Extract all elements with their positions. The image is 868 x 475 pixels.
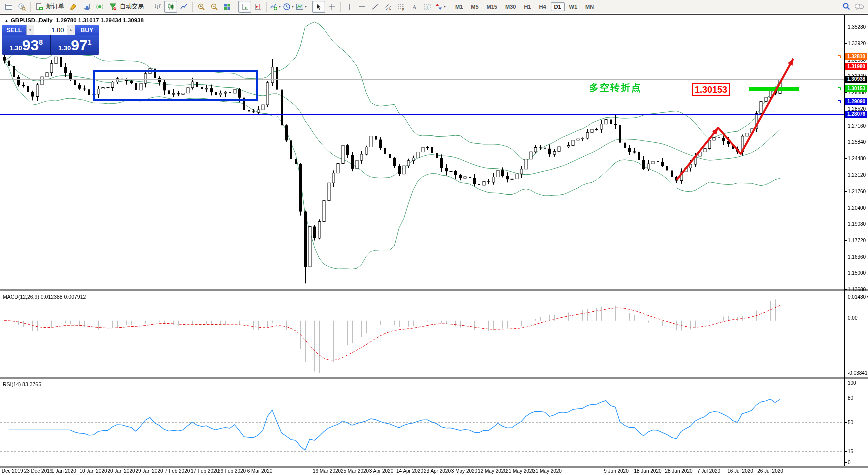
fibonacci-button[interactable]: F xyxy=(395,1,408,13)
timeframe-d1-button[interactable]: D1 xyxy=(551,2,565,11)
volume-value[interactable]: 1.00 xyxy=(34,26,67,34)
price-chart-canvas[interactable] xyxy=(0,15,868,475)
search-button[interactable] xyxy=(840,1,853,13)
channel-button[interactable]: E xyxy=(382,1,395,13)
macd-tick-label: 0.014807 xyxy=(848,294,868,300)
channel-icon: E xyxy=(384,3,392,11)
level-price-annotation[interactable]: 1.30153 xyxy=(692,83,730,96)
buy-price-big: 97 xyxy=(71,36,87,54)
collapse-panel-icon[interactable]: ▲ xyxy=(4,18,9,23)
timeframe-mn-button[interactable]: MN xyxy=(582,2,597,11)
volume-decrease-icon[interactable]: ▼ xyxy=(27,25,34,35)
crosshair-button[interactable] xyxy=(325,1,338,13)
date-tick-label: 28 Jun 2020 xyxy=(665,468,692,474)
timeframe-m1-button[interactable]: M1 xyxy=(452,2,466,11)
dropdown-caret-icon[interactable]: ▾ xyxy=(444,4,446,9)
vline-icon xyxy=(345,3,353,11)
sell-price-sup: 8 xyxy=(39,38,43,46)
toolbar-separator xyxy=(192,2,193,12)
toolbar-separator xyxy=(340,2,341,12)
signals-button[interactable] xyxy=(93,1,106,13)
templates-button[interactable]: ▾ xyxy=(295,1,308,13)
price-level-badge: 1.32810 xyxy=(845,53,867,60)
timeframe-m30-button[interactable]: M30 xyxy=(502,2,519,11)
rsi-indicator-label: RSI(14) 83.3765 xyxy=(3,381,41,387)
cursor-button[interactable] xyxy=(312,1,325,13)
strategy-tester-icon xyxy=(18,3,26,11)
text-label-button[interactable]: T xyxy=(421,1,434,13)
community-button[interactable] xyxy=(853,1,866,13)
toolbar-button-label[interactable]: 自动交易 xyxy=(119,2,147,11)
date-tick-label: 23 Apr 2020 xyxy=(424,468,451,474)
candlestick-button[interactable] xyxy=(164,1,177,13)
auto-scroll-icon xyxy=(241,3,249,11)
buy-price[interactable]: 1.30971 xyxy=(51,35,99,55)
price-level-badge: 1.30938 xyxy=(845,76,867,83)
date-tick-label: 14 Apr 2020 xyxy=(396,468,423,474)
community-icon xyxy=(854,3,864,11)
styler-button[interactable] xyxy=(67,1,80,13)
price-tick-label: 1.25840 xyxy=(848,139,866,145)
signals-icon xyxy=(96,3,104,11)
date-tick-label: 10 Jan 2020 xyxy=(79,468,107,474)
text-button[interactable]: A xyxy=(408,1,421,13)
ohlc-values: 1.29780 1.31017 1.29434 1.30938 xyxy=(56,17,144,23)
arrows-button[interactable]: ▾ xyxy=(434,1,447,13)
price-tick-label: 1.23120 xyxy=(848,172,866,178)
bar-chart-button[interactable] xyxy=(151,1,164,13)
arrows-icon xyxy=(435,3,443,11)
timeframe-w1-button[interactable]: W1 xyxy=(566,2,581,11)
fibonacci-icon: F xyxy=(397,3,405,11)
vline-button[interactable] xyxy=(343,1,356,13)
chart-title: ▲GBPUSD-,Daily 1.29780 1.31017 1.29434 1… xyxy=(4,17,144,23)
market-watch-button[interactable] xyxy=(2,1,15,13)
tile-windows-button[interactable] xyxy=(221,1,234,13)
sell-price[interactable]: 1.30938 xyxy=(2,35,51,55)
macd-indicator-label: MACD(12,26,9) 0.012388 0.007912 xyxy=(3,294,86,300)
volume-stepper[interactable]: ▼ 1.00 ▲ xyxy=(26,25,75,35)
price-tick-label: 1.33920 xyxy=(848,41,866,46)
buy-button[interactable]: BUY xyxy=(75,25,99,35)
chart-shift-button[interactable] xyxy=(251,1,264,13)
turning-point-annotation[interactable]: 多空转折点 xyxy=(589,81,642,94)
timeframe-m15-button[interactable]: M15 xyxy=(483,2,501,11)
strategy-tester-button[interactable] xyxy=(15,1,28,13)
periods-button[interactable]: ▾ xyxy=(282,1,295,13)
dropdown-caret-icon[interactable]: ▾ xyxy=(305,4,307,9)
trendline-button[interactable] xyxy=(369,1,382,13)
indicators-icon xyxy=(270,3,278,11)
chart-window: ▲GBPUSD-,Daily 1.29780 1.31017 1.29434 1… xyxy=(0,14,868,475)
sell-button[interactable]: SELL xyxy=(2,25,26,35)
zoom-in-button[interactable] xyxy=(195,1,208,13)
autotrading-button[interactable] xyxy=(106,1,119,13)
zoom-out-button[interactable] xyxy=(208,1,221,13)
rsi-tick-label: 15 xyxy=(848,449,853,454)
metaeditor-button[interactable] xyxy=(80,1,93,13)
date-tick-label: 26 Jul 2020 xyxy=(757,468,783,474)
volume-increase-icon[interactable]: ▲ xyxy=(67,25,75,35)
dropdown-caret-icon[interactable]: ▾ xyxy=(292,4,294,9)
date-tick-label: 12 May 2020 xyxy=(478,468,507,474)
svg-text:F: F xyxy=(402,7,404,11)
toolbar-button-label[interactable]: 新订单 xyxy=(46,2,67,11)
metaeditor-icon xyxy=(83,3,91,11)
date-tick-label: 3 Dec 2019 xyxy=(0,468,23,474)
timeframe-m5-button[interactable]: M5 xyxy=(467,2,482,11)
date-tick-label: 25 Mar 2020 xyxy=(341,468,369,474)
hline-button[interactable] xyxy=(356,1,369,13)
candlestick-icon xyxy=(167,3,175,11)
price-level-badge: 1.30153 xyxy=(845,85,867,92)
dropdown-caret-icon[interactable]: ▾ xyxy=(279,4,281,9)
chart-shift-icon xyxy=(254,3,262,11)
svg-text:T: T xyxy=(426,4,429,9)
timeframe-h1-button[interactable]: H1 xyxy=(520,2,534,11)
new-order-button[interactable] xyxy=(33,1,46,13)
price-tick-label: 1.19080 xyxy=(848,221,866,227)
symbol-period-label: GBPUSD-,Daily xyxy=(11,17,53,23)
line-chart-button[interactable] xyxy=(177,1,190,13)
zoom-in-icon xyxy=(197,3,205,11)
buy-price-small: 1.30 xyxy=(58,44,71,52)
indicators-button[interactable]: ▾ xyxy=(269,1,282,13)
auto-scroll-button[interactable] xyxy=(238,1,251,13)
timeframe-h4-button[interactable]: H4 xyxy=(535,2,549,11)
